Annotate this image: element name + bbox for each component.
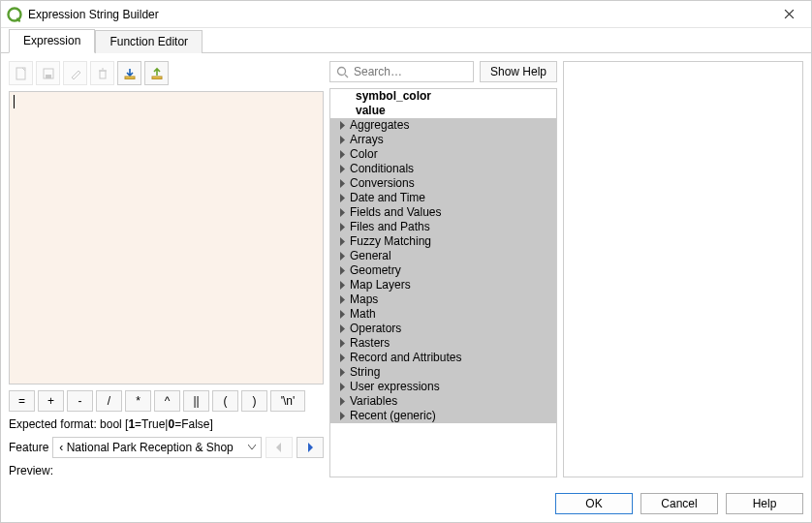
toolbar-save-icon[interactable] — [36, 61, 60, 85]
chevron-right-icon — [336, 121, 348, 130]
toolbar-new-icon[interactable] — [9, 61, 33, 85]
op-rparen[interactable]: ) — [241, 390, 267, 412]
op-newline[interactable]: '\n' — [270, 390, 305, 412]
feature-select[interactable]: ‹ National Park Reception & Shop — [52, 437, 262, 458]
tab-bar: Expression Function Editor — [1, 28, 811, 53]
chevron-right-icon — [336, 368, 348, 377]
chevron-right-icon — [336, 397, 348, 406]
chevron-right-icon — [336, 281, 348, 290]
tree-cat-conditionals[interactable]: Conditionals — [330, 162, 556, 176]
chevron-right-icon — [336, 383, 348, 391]
chevron-right-icon — [336, 266, 348, 275]
op-plus[interactable]: + — [38, 390, 64, 412]
search-placeholder: Search… — [354, 65, 402, 78]
op-lparen[interactable]: ( — [212, 390, 238, 412]
chevron-right-icon — [336, 252, 348, 261]
help-panel — [563, 61, 803, 477]
feature-next-button[interactable] — [297, 437, 324, 458]
op-div[interactable]: / — [96, 390, 122, 412]
op-mul[interactable]: * — [125, 390, 151, 412]
ok-button[interactable]: OK — [555, 493, 633, 514]
toolbar-delete-icon[interactable] — [90, 61, 114, 85]
tree-cat-userexp[interactable]: User expressions — [330, 380, 556, 394]
search-input[interactable]: Search… — [329, 61, 474, 82]
help-button[interactable]: Help — [726, 493, 803, 514]
close-button[interactable] — [772, 1, 805, 27]
toolbar-import-icon[interactable] — [117, 61, 141, 85]
text-cursor — [14, 95, 15, 108]
search-icon — [336, 66, 349, 78]
tree-cat-math[interactable]: Math — [330, 307, 556, 322]
toolbar-export-icon[interactable] — [144, 61, 169, 85]
editor-toolbar — [9, 61, 324, 85]
svg-rect-6 — [125, 77, 135, 79]
expected-format: Expected format: bool [1=True|0=False] — [9, 417, 324, 431]
function-tree[interactable]: symbol_color value Aggregates Arrays Col… — [329, 88, 557, 477]
tree-cat-variables[interactable]: Variables — [330, 394, 556, 409]
op-concat[interactable]: || — [183, 390, 209, 412]
chevron-right-icon — [336, 136, 348, 144]
chevron-right-icon — [336, 194, 348, 202]
tree-cat-datetime[interactable]: Date and Time — [330, 191, 556, 205]
chevron-down-icon — [245, 445, 259, 450]
svg-rect-5 — [100, 71, 106, 78]
tree-cat-geometry[interactable]: Geometry — [330, 263, 556, 278]
cancel-button[interactable]: Cancel — [640, 493, 718, 514]
chevron-right-icon — [336, 339, 348, 348]
chevron-right-icon — [336, 208, 348, 217]
chevron-right-icon — [336, 412, 348, 420]
op-minus[interactable]: - — [67, 390, 93, 412]
tree-cat-aggregates[interactable]: Aggregates — [330, 118, 556, 133]
chevron-right-icon — [336, 237, 348, 246]
chevron-right-icon — [336, 324, 348, 333]
tab-function-editor[interactable]: Function Editor — [95, 30, 203, 53]
tree-cat-maps[interactable]: Maps — [330, 292, 556, 307]
feature-prev-button[interactable] — [265, 437, 293, 458]
tree-cat-conversions[interactable]: Conversions — [330, 176, 556, 191]
app-icon — [7, 7, 22, 22]
tree-cat-color[interactable]: Color — [330, 147, 556, 162]
show-help-button[interactable]: Show Help — [480, 61, 557, 82]
tree-cat-string[interactable]: String — [330, 365, 556, 380]
tree-cat-files[interactable]: Files and Paths — [330, 220, 556, 234]
chevron-right-icon — [336, 165, 348, 173]
chevron-right-icon — [336, 179, 348, 188]
chevron-right-icon — [336, 295, 348, 304]
op-eq[interactable]: = — [9, 390, 35, 412]
operator-row: = + - / * ^ || ( ) '\n' — [9, 390, 324, 412]
svg-rect-7 — [152, 77, 162, 79]
op-pow[interactable]: ^ — [154, 390, 180, 412]
tree-cat-maplayers[interactable]: Map Layers — [330, 278, 556, 292]
tree-cat-arrays[interactable]: Arrays — [330, 133, 556, 147]
tree-cat-operators[interactable]: Operators — [330, 322, 556, 336]
tree-cat-fuzzy[interactable]: Fuzzy Matching — [330, 234, 556, 249]
svg-point-8 — [338, 67, 346, 75]
toolbar-edit-icon[interactable] — [63, 61, 87, 85]
tree-item-symbol-color[interactable]: symbol_color — [330, 89, 556, 104]
chevron-right-icon — [336, 223, 348, 231]
tree-cat-general[interactable]: General — [330, 249, 556, 263]
tree-cat-rasters[interactable]: Rasters — [330, 336, 556, 351]
chevron-right-icon — [336, 310, 348, 319]
chevron-right-icon — [336, 150, 348, 159]
feature-label: Feature — [9, 441, 48, 454]
feature-select-value: ‹ National Park Reception & Shop — [59, 441, 233, 454]
tree-cat-fields[interactable]: Fields and Values — [330, 205, 556, 220]
chevron-right-icon — [336, 354, 348, 362]
preview-label: Preview: — [9, 464, 324, 477]
tree-cat-recent[interactable]: Recent (generic) — [330, 409, 556, 423]
svg-rect-4 — [46, 75, 51, 78]
window-title: Expression String Builder — [28, 8, 772, 21]
tree-item-value[interactable]: value — [330, 104, 556, 118]
tree-cat-record[interactable]: Record and Attributes — [330, 351, 556, 365]
tab-expression[interactable]: Expression — [9, 29, 95, 53]
expression-editor[interactable] — [9, 91, 324, 385]
